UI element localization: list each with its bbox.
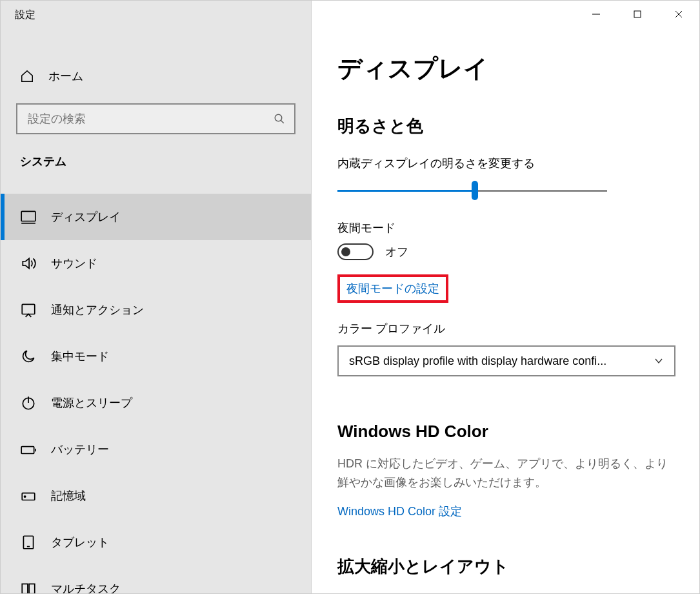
color-profile-value: sRGB display profile with display hardwa… bbox=[349, 354, 646, 368]
battery-icon bbox=[20, 441, 37, 458]
scaling-title: 拡大縮小とレイアウト bbox=[337, 555, 674, 578]
night-mode-toggle-row: オフ bbox=[337, 243, 674, 260]
nav-label: マルチタスク bbox=[51, 581, 121, 594]
main-content: ディスプレイ 明るさと色 内蔵ディスプレイの明るさを変更する 夜間モード オフ … bbox=[312, 1, 699, 593]
app-title: 設定 bbox=[1, 1, 311, 28]
nav-label: タブレット bbox=[51, 535, 109, 550]
brightness-label: 内蔵ディスプレイの明るさを変更する bbox=[337, 156, 674, 171]
night-mode-label: 夜間モード bbox=[337, 220, 674, 236]
nav-label: ディスプレイ bbox=[51, 209, 121, 225]
home-icon bbox=[20, 69, 34, 83]
search-box[interactable] bbox=[16, 103, 295, 134]
nav-label: 記憶域 bbox=[51, 488, 86, 504]
search-input[interactable] bbox=[28, 112, 274, 126]
svg-rect-7 bbox=[21, 447, 34, 454]
page-title: ディスプレイ bbox=[337, 52, 674, 85]
category-label: システム bbox=[1, 134, 311, 176]
svg-rect-13 bbox=[22, 584, 28, 593]
svg-point-10 bbox=[25, 496, 26, 497]
hd-color-title: Windows HD Color bbox=[337, 422, 674, 442]
multitask-icon bbox=[20, 580, 37, 594]
svg-rect-14 bbox=[29, 584, 35, 593]
tablet-icon bbox=[20, 534, 37, 551]
storage-icon bbox=[20, 487, 37, 504]
chevron-down-icon bbox=[654, 356, 664, 366]
nav-item-multitask[interactable]: マルチタスク bbox=[1, 566, 311, 594]
nav-label: 通知とアクション bbox=[51, 302, 144, 318]
nav-item-battery[interactable]: バッテリー bbox=[1, 426, 311, 473]
svg-line-1 bbox=[281, 120, 284, 123]
svg-point-0 bbox=[275, 114, 282, 121]
svg-rect-4 bbox=[22, 304, 35, 314]
toggle-knob bbox=[341, 247, 350, 256]
search-icon bbox=[274, 113, 285, 125]
nav-item-power[interactable]: 電源とスリープ bbox=[1, 380, 311, 426]
minimize-button[interactable] bbox=[575, 1, 617, 28]
nav-item-display[interactable]: ディスプレイ bbox=[1, 194, 311, 240]
nav-label: サウンド bbox=[51, 256, 97, 271]
slider-fill bbox=[337, 190, 475, 192]
night-mode-settings-link[interactable]: 夜間モードの設定 bbox=[346, 281, 439, 296]
brightness-slider[interactable] bbox=[337, 183, 607, 198]
svg-rect-16 bbox=[634, 11, 641, 17]
nav-item-notifications[interactable]: 通知とアクション bbox=[1, 287, 311, 333]
power-icon bbox=[20, 394, 37, 411]
monitor-icon bbox=[20, 209, 37, 225]
nav-item-focus[interactable]: 集中モード bbox=[1, 333, 311, 380]
svg-rect-2 bbox=[21, 211, 35, 221]
night-mode-state: オフ bbox=[385, 244, 408, 260]
home-nav[interactable]: ホーム bbox=[1, 59, 311, 93]
notification-icon bbox=[20, 302, 37, 318]
hd-color-body: HDR に対応したビデオ、ゲーム、アプリで、より明るく、より鮮やかな画像をお楽し… bbox=[337, 455, 674, 492]
highlight-annotation: 夜間モードの設定 bbox=[337, 274, 448, 303]
home-label: ホーム bbox=[48, 68, 83, 84]
nav-item-storage[interactable]: 記憶域 bbox=[1, 473, 311, 519]
color-profile-select[interactable]: sRGB display profile with display hardwa… bbox=[337, 345, 675, 376]
nav-label: バッテリー bbox=[51, 442, 109, 457]
search-wrap bbox=[16, 103, 295, 134]
close-button[interactable] bbox=[658, 1, 699, 28]
nav-label: 集中モード bbox=[51, 349, 109, 364]
nav-item-tablet[interactable]: タブレット bbox=[1, 519, 311, 566]
moon-icon bbox=[20, 348, 37, 365]
night-mode-toggle[interactable] bbox=[337, 243, 374, 260]
slider-thumb[interactable] bbox=[472, 181, 478, 200]
maximize-button[interactable] bbox=[617, 1, 658, 28]
nav-list: ディスプレイ サウンド 通知とアクション 集中モード 電源とスリープ bbox=[1, 194, 311, 594]
sidebar: 設定 ホーム システム ディスプレイ bbox=[1, 1, 312, 593]
nav-label: 電源とスリープ bbox=[51, 395, 132, 411]
section-brightness-title: 明るさと色 bbox=[337, 115, 674, 138]
color-profile-label: カラー プロファイル bbox=[337, 321, 674, 336]
nav-item-sound[interactable]: サウンド bbox=[1, 240, 311, 287]
titlebar-controls bbox=[575, 1, 699, 28]
sound-icon bbox=[20, 255, 37, 272]
hd-color-link[interactable]: Windows HD Color 設定 bbox=[337, 504, 462, 519]
